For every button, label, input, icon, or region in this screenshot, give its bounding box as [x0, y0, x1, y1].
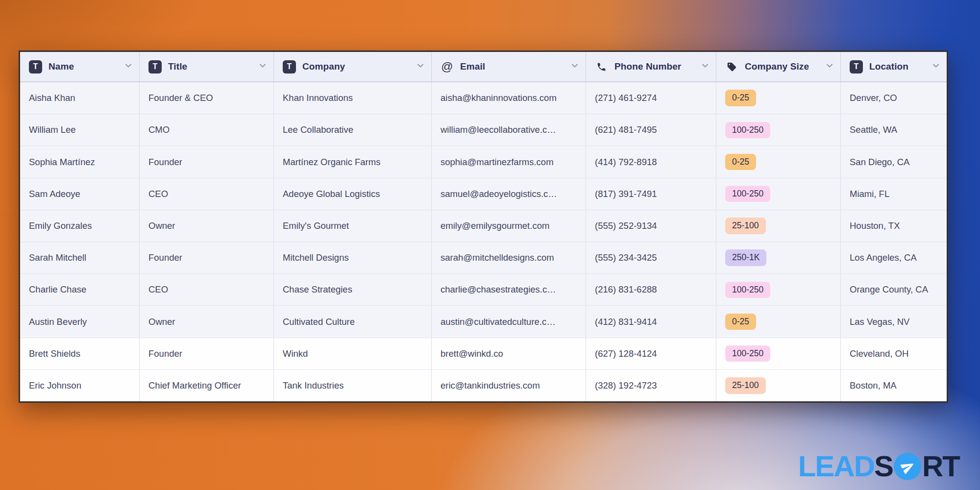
table-row: Sarah MitchellFounderMitchell Designssar…	[20, 242, 947, 274]
phone-icon	[595, 60, 608, 74]
cell-company-size[interactable]: 100-250	[716, 114, 841, 146]
cell-email[interactable]: charlie@chasestrategies.c…	[432, 274, 586, 305]
logo-text-lead: LEAD	[798, 452, 874, 481]
cell-location[interactable]: Las Vegas, NV	[841, 306, 947, 337]
cell-email[interactable]: samuel@adeoyelogistics.c…	[432, 178, 586, 210]
logo-text-s: S	[874, 452, 893, 481]
cell-phone[interactable]: (555) 252-9134	[586, 210, 716, 242]
cell-company-size[interactable]: 0-25	[716, 146, 841, 177]
cell-title[interactable]: CEO	[140, 178, 274, 210]
cell-location[interactable]: Denver, CO	[841, 82, 947, 114]
cell-phone[interactable]: (621) 481-7495	[586, 114, 716, 146]
cell-company-size[interactable]: 100-250	[716, 274, 841, 305]
table-header-row: T Name T Title T Company @ Email	[20, 52, 947, 82]
cell-email[interactable]: william@leecollaborative.c…	[432, 114, 586, 146]
cell-name[interactable]: Eric Johnson	[20, 370, 140, 401]
cell-company-size[interactable]: 0-25	[716, 82, 841, 114]
cell-phone[interactable]: (627) 128-4124	[586, 338, 716, 369]
table-row: William LeeCMOLee Collaborativewilliam@l…	[20, 114, 947, 146]
column-header-email[interactable]: @ Email	[432, 52, 586, 81]
cell-company-size[interactable]: 250-1K	[716, 242, 841, 273]
cell-name[interactable]: Sarah Mitchell	[20, 242, 140, 273]
cell-location[interactable]: Orange County, CA	[841, 274, 947, 305]
chevron-down-icon[interactable]	[259, 61, 267, 72]
column-header-company[interactable]: T Company	[274, 52, 432, 81]
cell-title[interactable]: Founder	[140, 338, 274, 369]
table-row: Brett ShieldsFounderWinkdbrett@winkd.co(…	[20, 338, 947, 370]
cell-company[interactable]: Lee Collaborative	[274, 114, 432, 146]
cell-company[interactable]: Chase Strategies	[274, 274, 432, 305]
chevron-down-icon[interactable]	[826, 61, 833, 72]
cell-location[interactable]: Miami, FL	[841, 178, 947, 210]
cell-name[interactable]: William Lee	[20, 114, 140, 146]
cell-title[interactable]: Owner	[140, 210, 274, 242]
cell-email[interactable]: sarah@mitchelldesigns.com	[432, 242, 586, 273]
cell-location[interactable]: Cleveland, OH	[841, 338, 947, 369]
cell-title[interactable]: CEO	[140, 274, 274, 305]
cell-location[interactable]: Los Angeles, CA	[841, 242, 947, 273]
cell-company[interactable]: Mitchell Designs	[274, 242, 432, 273]
cell-title[interactable]: CMO	[140, 114, 274, 146]
cell-company-size[interactable]: 25-100	[716, 210, 841, 242]
table-row: Charlie ChaseCEOChase Strategiescharlie@…	[20, 274, 947, 306]
cell-name[interactable]: Sophia Martínez	[20, 146, 140, 177]
cell-company[interactable]: Tank Industries	[274, 370, 432, 401]
cell-name[interactable]: Emily Gonzales	[20, 210, 140, 242]
cell-company[interactable]: Khan Innovations	[274, 82, 432, 114]
cell-name[interactable]: Sam Adeoye	[20, 178, 140, 210]
cell-phone[interactable]: (412) 831-9414	[586, 306, 716, 337]
column-header-title[interactable]: T Title	[140, 52, 274, 81]
cell-company-size[interactable]: 0-25	[716, 306, 841, 337]
cell-location[interactable]: San Diego, CA	[841, 146, 947, 177]
cell-email[interactable]: brett@winkd.co	[432, 338, 586, 369]
chevron-down-icon[interactable]	[416, 61, 424, 72]
cell-company[interactable]: Cultivated Culture	[274, 306, 432, 337]
cell-phone[interactable]: (328) 192-4723	[586, 370, 716, 401]
cell-phone[interactable]: (555) 234-3425	[586, 242, 716, 273]
cell-email[interactable]: austin@cultivatedculture.c…	[432, 306, 586, 337]
cell-company[interactable]: Adeoye Global Logistics	[274, 178, 432, 210]
cell-phone[interactable]: (271) 461-9274	[586, 82, 716, 114]
column-header-phone-number[interactable]: Phone Number	[586, 52, 716, 81]
cell-company-size[interactable]: 25-100	[716, 370, 841, 401]
cell-name[interactable]: Austin Beverly	[20, 306, 140, 337]
cell-company[interactable]: Martínez Organic Farms	[274, 146, 432, 177]
cell-email[interactable]: emily@emilysgourmet.com	[432, 210, 586, 242]
cell-company[interactable]: Emily's Gourmet	[274, 210, 432, 242]
cell-title[interactable]: Chief Marketing Officer	[140, 370, 274, 401]
column-header-company-size[interactable]: Company Size	[716, 52, 841, 81]
leads-table: T Name T Title T Company @ Email	[19, 50, 948, 403]
cell-name[interactable]: Brett Shields	[20, 338, 140, 369]
cell-email[interactable]: aisha@khaninnovations.com	[432, 82, 586, 114]
company-size-badge: 250-1K	[725, 249, 766, 266]
chevron-down-icon[interactable]	[124, 61, 132, 72]
cell-company-size[interactable]: 100-250	[716, 178, 841, 210]
cell-phone[interactable]: (817) 391-7491	[586, 178, 716, 210]
cell-name[interactable]: Aisha Khan	[20, 82, 140, 114]
table-row: Emily GonzalesOwnerEmily's Gourmetemily@…	[20, 210, 947, 242]
text-field-icon: T	[148, 60, 162, 74]
column-header-name[interactable]: T Name	[20, 52, 140, 81]
cell-company-size[interactable]: 100-250	[716, 338, 841, 369]
chevron-down-icon[interactable]	[571, 61, 579, 72]
cell-email[interactable]: eric@tankindustries.com	[432, 370, 586, 401]
cell-phone[interactable]: (216) 831-6288	[586, 274, 716, 305]
cell-email[interactable]: sophia@martinezfarms.com	[432, 146, 586, 177]
chevron-down-icon[interactable]	[701, 61, 709, 72]
cell-name[interactable]: Charlie Chase	[20, 274, 140, 305]
company-size-badge: 100-250	[725, 122, 770, 139]
cell-phone[interactable]: (414) 792-8918	[586, 146, 716, 177]
text-field-icon: T	[850, 60, 863, 74]
text-field-icon: T	[283, 60, 296, 74]
cell-location[interactable]: Boston, MA	[841, 370, 947, 401]
cell-company[interactable]: Winkd	[274, 338, 432, 369]
cell-title[interactable]: Founder	[140, 242, 274, 273]
chevron-down-icon[interactable]	[932, 61, 940, 72]
column-label: Email	[460, 61, 485, 72]
cell-title[interactable]: Founder & CEO	[140, 82, 274, 114]
cell-title[interactable]: Founder	[140, 146, 274, 177]
column-header-location[interactable]: T Location	[841, 52, 947, 81]
cell-location[interactable]: Seattle, WA	[841, 114, 947, 146]
cell-title[interactable]: Owner	[140, 306, 274, 337]
cell-location[interactable]: Houston, TX	[841, 210, 947, 242]
